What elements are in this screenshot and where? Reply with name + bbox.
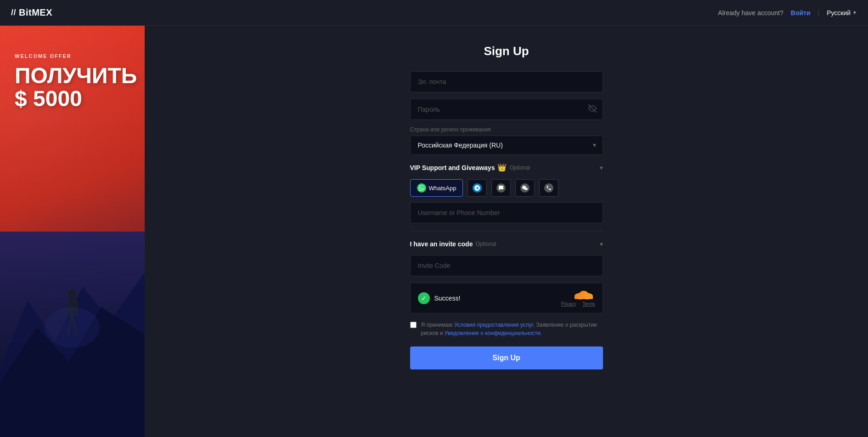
form-container: Sign Up Страна или регион bbox=[410, 44, 603, 369]
invite-header[interactable]: I have an invite code Optional ▾ bbox=[410, 238, 603, 250]
logo[interactable]: // BitMEX bbox=[11, 7, 52, 18]
terms-row: Я принимаю Условия предоставления услуг.… bbox=[410, 321, 603, 337]
lang-arrow-icon: ▼ bbox=[852, 10, 857, 15]
logo-text: BitMEX bbox=[19, 7, 52, 18]
country-select[interactable]: Российская Федерация (RU) United States … bbox=[410, 136, 603, 155]
svg-point-10 bbox=[45, 307, 100, 348]
right-panel: Sign Up Страна или регион bbox=[145, 26, 868, 437]
invite-code-input[interactable] bbox=[410, 255, 603, 276]
language-label: Русский bbox=[827, 9, 851, 17]
invite-title-text: I have an invite code bbox=[410, 240, 473, 248]
wechat-icon bbox=[520, 183, 530, 193]
username-group bbox=[410, 202, 603, 223]
vip-section: VIP Support and Giveaways 👑 Optional ▾ bbox=[410, 161, 603, 223]
invite-code-group bbox=[410, 255, 603, 276]
cloudflare-links: Privacy · Terms bbox=[561, 301, 595, 306]
promo-line2: $ 5000 bbox=[15, 86, 82, 111]
chat-options: WhatsApp bbox=[410, 179, 603, 197]
header: // BitMEX Already have account? Войти | … bbox=[0, 0, 868, 26]
password-input[interactable] bbox=[410, 99, 603, 120]
terms-checkbox[interactable] bbox=[410, 322, 417, 328]
country-select-wrapper: Российская Федерация (RU) United States … bbox=[410, 136, 603, 155]
whatsapp-icon bbox=[417, 183, 426, 193]
wechat-button[interactable] bbox=[515, 179, 535, 197]
vip-optional-badge: Optional bbox=[509, 165, 530, 171]
left-panel: WELCOME OFFER ПОЛУЧИТЬ $ 5000 bbox=[0, 26, 145, 437]
phone-button[interactable] bbox=[539, 179, 558, 197]
password-toggle-icon[interactable] bbox=[588, 104, 597, 114]
section-divider bbox=[410, 231, 603, 231]
svg-point-4 bbox=[68, 289, 76, 300]
promo-line1: ПОЛУЧИТЬ bbox=[15, 63, 137, 88]
main-layout: WELCOME OFFER ПОЛУЧИТЬ $ 5000 bbox=[0, 26, 868, 437]
whatsapp-label: WhatsApp bbox=[429, 185, 457, 192]
email-group bbox=[410, 71, 603, 92]
terms-text: Я принимаю Условия предоставления услуг.… bbox=[421, 321, 603, 337]
chat-bubble-icon bbox=[496, 183, 506, 193]
crown-icon: 👑 bbox=[497, 163, 507, 172]
telegram-button[interactable] bbox=[468, 179, 487, 197]
language-selector[interactable]: Русский ▼ bbox=[827, 9, 857, 17]
invite-title: I have an invite code Optional bbox=[410, 240, 496, 248]
promo-title: ПОЛУЧИТЬ $ 5000 bbox=[15, 64, 130, 111]
username-input[interactable] bbox=[410, 202, 603, 223]
phone-icon bbox=[544, 183, 553, 193]
cf-terms-link[interactable]: Terms bbox=[582, 301, 595, 306]
vip-collapse-icon[interactable]: ▾ bbox=[600, 164, 603, 171]
invite-section: I have an invite code Optional ▾ bbox=[410, 238, 603, 276]
terms-suffix: . bbox=[541, 330, 542, 336]
vip-title-text: VIP Support and Giveaways bbox=[410, 164, 495, 171]
invite-optional-badge: Optional bbox=[475, 241, 496, 247]
country-label: Страна или регион проживания bbox=[410, 126, 603, 133]
terms-and: и bbox=[438, 330, 444, 336]
password-group bbox=[410, 99, 603, 120]
mountain-background bbox=[0, 232, 145, 437]
captcha-success-icon: ✓ bbox=[418, 292, 430, 304]
welcome-label: WELCOME OFFER bbox=[15, 53, 130, 59]
header-divider: | bbox=[818, 9, 820, 17]
captcha-success-text: Success! bbox=[434, 295, 461, 302]
already-account-text: Already have account? bbox=[718, 9, 783, 17]
header-right: Already have account? Войти | Русский ▼ bbox=[718, 9, 857, 17]
terms-prefix: Я принимаю bbox=[421, 322, 454, 328]
vip-title: VIP Support and Giveaways 👑 Optional bbox=[410, 163, 530, 172]
email-input[interactable] bbox=[410, 71, 603, 92]
svg-rect-15 bbox=[575, 296, 593, 299]
terms-link-1[interactable]: Условия предоставления услуг. bbox=[454, 322, 535, 328]
captcha-left: ✓ Success! bbox=[418, 292, 461, 304]
signup-button[interactable]: Sign Up bbox=[410, 346, 603, 369]
vip-header[interactable]: VIP Support and Giveaways 👑 Optional ▾ bbox=[410, 161, 603, 174]
cloudflare-logo: Privacy · Terms bbox=[561, 289, 595, 306]
captcha-box[interactable]: ✓ Success! bbox=[410, 283, 603, 313]
terms-link-2[interactable]: Уведомление о конфиденциальности bbox=[445, 330, 541, 336]
telegram-icon bbox=[473, 183, 482, 193]
chat-bubble-button[interactable] bbox=[491, 179, 511, 197]
cf-privacy-link[interactable]: Privacy bbox=[561, 301, 576, 306]
cloudflare-cloud-icon bbox=[572, 289, 595, 301]
whatsapp-button[interactable]: WhatsApp bbox=[410, 179, 463, 197]
form-title: Sign Up bbox=[410, 44, 603, 58]
login-link[interactable]: Войти bbox=[791, 9, 811, 17]
country-group: Страна или регион проживания Российская … bbox=[410, 126, 603, 155]
invite-collapse-icon[interactable]: ▾ bbox=[600, 240, 603, 248]
logo-slash-icon: // bbox=[11, 8, 16, 17]
